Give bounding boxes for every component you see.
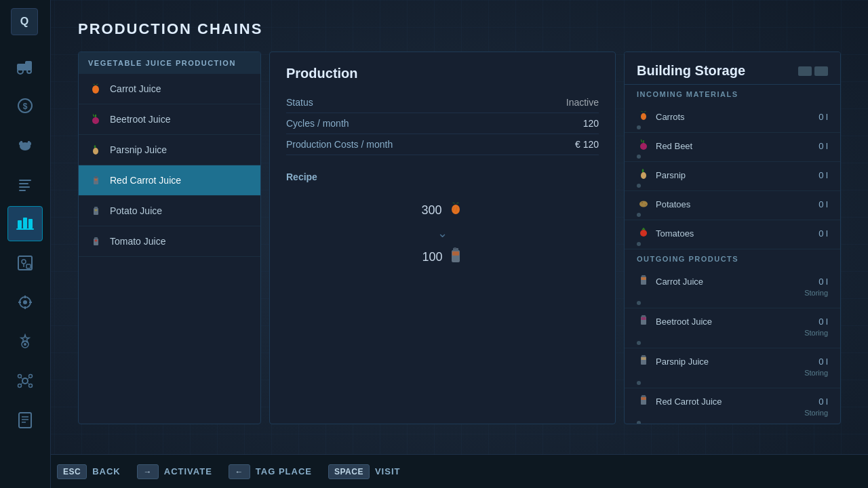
left-arrow-key[interactable]: ← [229, 464, 250, 479]
tomatoes-amount: 0 l [818, 228, 828, 239]
svg-rect-17 [28, 219, 33, 228]
parsnip-juice-out-icon [637, 354, 650, 369]
red-carrot-juice-out-icon [637, 394, 650, 409]
storage-item-carrot-juice-out: Carrot Juice 0 l Storing [625, 268, 840, 308]
red-beet-icon [637, 138, 650, 153]
carrot-juice-out-indicator [637, 301, 641, 305]
carrot-juice-out-icon [637, 274, 650, 289]
svg-point-30 [24, 343, 26, 346]
list-item-parsnip-juice[interactable]: Parsnip Juice [79, 135, 260, 165]
svg-rect-73 [642, 277, 646, 280]
storage-panel-header: Building Storage [625, 52, 840, 85]
storage-item-parsnip-juice-out: Parsnip Juice 0 l Storing [625, 348, 840, 388]
status-row: Status Inactive [286, 92, 599, 113]
parsnip-indicator [637, 184, 641, 188]
carrots-indicator [637, 125, 641, 129]
costs-label: Production Costs / month [286, 139, 393, 150]
red-carrot-juice-icon [88, 173, 103, 188]
sidebar-item-map[interactable] [7, 245, 43, 281]
svg-point-52 [95, 209, 98, 211]
list-item-label: Parsnip Juice [110, 144, 167, 155]
storage-panel-title: Building Storage [637, 63, 745, 79]
esc-key[interactable]: ESC [57, 464, 87, 479]
cycles-value: 120 [583, 118, 599, 129]
parsnip-juice-out-indicator [637, 381, 641, 385]
beetroot-juice-out-icon [637, 314, 650, 329]
svg-point-67 [642, 202, 643, 203]
key-action-activate: → ACTIVATE [137, 464, 212, 479]
carrot-juice-out-status: Storing [637, 289, 828, 300]
storage-item-carrots: Carrots 0 l [625, 104, 840, 133]
storage-scroll-area[interactable]: INCOMING MATERIALS Carrots 0 l [625, 85, 840, 424]
svg-point-49 [95, 179, 98, 181]
storage-item-potatoes: Potatoes 0 l [625, 191, 840, 220]
key-action-back: ESC BACK [57, 464, 121, 479]
svg-rect-12 [19, 183, 28, 184]
tomato-juice-icon [88, 234, 103, 249]
parsnip-juice-out-name: Parsnip Juice [656, 357, 709, 367]
svg-rect-78 [642, 355, 646, 357]
carrots-amount: 0 l [818, 112, 828, 122]
storage-item-red-carrot-juice-out: Red Carrot Juice 0 l Storing [625, 388, 840, 424]
svg-rect-18 [16, 228, 34, 230]
tag-place-label: TAG PLACE [256, 466, 312, 476]
svg-rect-82 [642, 397, 646, 400]
parsnip-juice-out-status: Storing [637, 369, 828, 380]
recipe-items: 300 ⌄ 100 [286, 193, 599, 274]
sidebar-item-tractor[interactable] [7, 49, 43, 84]
storage-ctrl-box[interactable] [814, 66, 828, 76]
sidebar-item-production[interactable] [7, 206, 43, 241]
svg-rect-51 [94, 207, 98, 209]
svg-point-44 [92, 85, 99, 94]
sidebar-item-tasks[interactable] [7, 167, 43, 202]
storage-item-red-beet: Red Beet 0 l [625, 133, 840, 162]
list-item-label: Tomato Juice [110, 236, 165, 247]
status-label: Status [286, 97, 313, 108]
svg-point-24 [23, 300, 27, 304]
sidebar-item-finance[interactable]: $ [7, 88, 43, 123]
svg-rect-81 [642, 395, 646, 397]
list-item-tomato-juice[interactable]: Tomato Juice [79, 226, 260, 257]
red-carrot-juice-out-amount: 0 l [818, 396, 828, 407]
sidebar-item-guide[interactable] [7, 403, 43, 438]
svg-rect-61 [452, 251, 459, 256]
sidebar-item-mechanics[interactable] [7, 285, 43, 320]
svg-point-3 [27, 69, 31, 73]
cycles-label: Cycles / month [286, 118, 349, 129]
sidebar-item-settings[interactable] [7, 324, 43, 359]
bottom-bar: E ESC BACK → ACTIVATE ← TAG PLACE SPACE … [0, 454, 868, 488]
recipe-output-item: 100 [422, 246, 462, 268]
sidebar-item-network[interactable] [7, 363, 43, 399]
svg-point-31 [22, 378, 28, 384]
potatoes-amount: 0 l [818, 199, 828, 209]
list-item-label: Red Carrot Juice [110, 175, 181, 186]
list-item-red-carrot-juice[interactable]: Red Carrot Juice [79, 165, 260, 196]
tomatoes-name: Tomatoes [656, 228, 694, 239]
potatoes-indicator [637, 213, 641, 217]
svg-point-55 [95, 240, 98, 242]
svg-rect-48 [94, 176, 98, 178]
right-arrow-key[interactable]: → [137, 464, 159, 479]
svg-point-66 [639, 201, 648, 207]
costs-value: € 120 [575, 139, 599, 150]
svg-point-64 [640, 143, 647, 150]
svg-rect-9 [20, 141, 22, 144]
visit-label: VISIT [375, 466, 401, 476]
svg-point-56 [452, 205, 460, 214]
storage-item-tomatoes: Tomatoes 0 l [625, 220, 840, 249]
parsnip-icon [637, 167, 650, 182]
red-carrot-juice-out-name: Red Carrot Juice [656, 396, 722, 407]
storage-ctrl-minus[interactable] [798, 66, 812, 76]
svg-point-46 [93, 148, 98, 155]
list-item-carrot-juice[interactable]: Carrot Juice [79, 74, 260, 104]
space-key[interactable]: SPACE [328, 464, 370, 479]
beetroot-juice-out-status: Storing [637, 329, 828, 340]
recipe-output-amount: 100 [422, 250, 442, 264]
outgoing-header: OUTGOING PRODUCTS [625, 249, 840, 268]
list-item-potato-juice[interactable]: Potato Juice [79, 196, 260, 226]
red-beet-amount: 0 l [818, 141, 828, 151]
svg-point-65 [641, 172, 646, 179]
q-button[interactable]: Q [11, 8, 38, 35]
sidebar-item-animals[interactable] [7, 127, 43, 163]
list-item-beetroot-juice[interactable]: Beetroot Juice [79, 104, 260, 135]
